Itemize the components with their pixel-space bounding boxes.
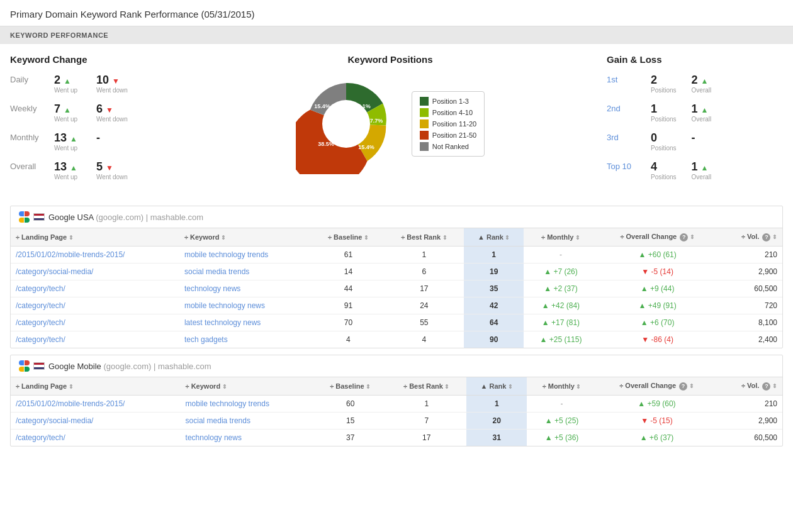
cell-baseline: 91 [312, 297, 384, 314]
gl-label: 3rd [607, 131, 651, 142]
cell-overall: ▲ +60 (61) [598, 247, 717, 263]
cell-best-rank: 6 [385, 263, 464, 280]
chart-legend: Position 1-3Position 4-10Position 11-20P… [412, 91, 485, 157]
cell-keyword: social media trends [181, 413, 315, 429]
cell-best-rank: 17 [386, 429, 466, 446]
gl-overall-val: 2 ▲ [692, 74, 712, 87]
col-monthly-m[interactable]: ÷ Monthly [527, 377, 597, 396]
kw-stat-up: 2 ▲ Went up [54, 74, 77, 94]
gl-stat-positions: 1 Positions [651, 103, 677, 123]
col-rank-m[interactable]: ▲ Rank [466, 377, 527, 396]
cell-best-rank: 55 [385, 314, 464, 331]
cell-landing: /category/tech/ [11, 280, 179, 297]
col-keyword[interactable]: ÷ Keyword [179, 228, 312, 247]
legend-label: Position 11-20 [432, 120, 476, 128]
kw-stat-up: 7 ▲ Went up [54, 103, 77, 123]
cell-landing: /category/tech/ [11, 297, 179, 314]
table-row: /category/tech/ latest technology news 7… [11, 314, 782, 331]
gl-row: 2nd 1 Positions 1 ▲ Overall [607, 103, 783, 123]
google-usa-label: Google USA (google.com) | mashable.com [48, 213, 203, 222]
google-icon [18, 211, 30, 223]
gl-positions-label: Positions [651, 145, 677, 152]
cell-landing: /category/tech/ [11, 314, 179, 331]
google-usa-table: ÷ Landing Page ÷ Keyword ÷ Baseline ÷ Be… [11, 228, 782, 348]
cell-landing: /category/tech/ [11, 429, 181, 446]
kw-stat-down: 5 ▼ Went down [96, 160, 128, 180]
gl-stat-overall: 1 ▲ Overall [692, 160, 712, 180]
kw-down-label: Went down [96, 174, 128, 180]
cell-overall: ▲ +59 (60) [597, 396, 717, 413]
cell-baseline: 15 [314, 413, 386, 429]
col-baseline-m[interactable]: ÷ Baseline [314, 377, 386, 396]
cell-rank: 90 [464, 331, 524, 348]
col-landing-page[interactable]: ÷ Landing Page [11, 228, 179, 247]
legend-color [420, 142, 429, 151]
gain-loss-title: Gain & Loss [607, 54, 783, 65]
kw-up-val: 13 ▲ [54, 131, 77, 145]
cell-baseline: 44 [312, 280, 384, 297]
col-baseline[interactable]: ÷ Baseline [312, 228, 384, 247]
kw-down-val: - [96, 131, 100, 145]
col-overall-change[interactable]: ÷ Overall Change ? [598, 228, 717, 247]
cell-monthly: - [527, 396, 597, 413]
cell-baseline: 4 [312, 331, 384, 348]
google-mobile-label: Google Mobile (google.com) | mashable.co… [48, 362, 211, 371]
gl-positions-val: 4 [651, 160, 677, 174]
col-vol-m[interactable]: ÷ Vol. ? [717, 377, 782, 396]
table-row: /category/tech/ mobile technology news 9… [11, 297, 782, 314]
legend-label: Position 21-50 [432, 131, 476, 139]
svg-text:23.1%: 23.1% [354, 103, 371, 109]
col-vol[interactable]: ÷ Vol. ? [717, 228, 782, 247]
cell-best-rank: 7 [386, 413, 466, 429]
cell-best-rank: 17 [385, 280, 464, 297]
google-mobile-section: Google Mobile (google.com) | mashable.co… [10, 355, 783, 446]
gl-overall-val: - [692, 131, 695, 145]
col-keyword-m[interactable]: ÷ Keyword [181, 377, 315, 396]
cell-vol: 2,900 [717, 263, 782, 280]
col-monthly[interactable]: ÷ Monthly [524, 228, 597, 247]
kw-up-val: 7 ▲ [54, 103, 77, 116]
cell-overall: ▲ +49 (91) [598, 297, 717, 314]
kw-down-val: 10 ▼ [96, 74, 128, 87]
kw-stat-down: 10 ▼ Went down [96, 74, 128, 94]
cell-baseline: 70 [312, 314, 384, 331]
cell-overall: ▲ +9 (44) [598, 280, 717, 297]
col-best-rank[interactable]: ÷ Best Rank [385, 228, 464, 247]
kw-row: Daily 2 ▲ Went up 10 ▼ Went down [10, 74, 174, 94]
gl-label: 2nd [607, 103, 651, 113]
kw-up-label: Went up [54, 87, 77, 94]
legend-color [420, 131, 429, 140]
kw-label: Overall [10, 160, 54, 171]
kw-stat-down: - [96, 131, 100, 145]
google-usa-section: Google USA (google.com) | mashable.com ÷… [10, 206, 783, 348]
gl-positions-val: 0 [651, 131, 677, 145]
cell-vol: 2,900 [717, 413, 782, 429]
col-rank[interactable]: ▲ Rank [464, 228, 524, 247]
cell-monthly: ▲ +42 (84) [524, 297, 597, 314]
gl-positions-label: Positions [651, 174, 677, 180]
kw-up-val: 2 ▲ [54, 74, 77, 87]
cell-keyword: mobile technology news [179, 297, 312, 314]
cell-rank: 19 [464, 263, 524, 280]
legend-item: Not Ranked [420, 142, 476, 151]
col-best-rank-m[interactable]: ÷ Best Rank [386, 377, 466, 396]
table-row: /2015/01/02/mobile-trends-2015/ mobile t… [11, 247, 782, 263]
legend-item: Position 4-10 [420, 108, 476, 117]
svg-text:15.4%: 15.4% [314, 103, 330, 109]
cell-landing: /2015/01/02/mobile-trends-2015/ [11, 247, 179, 263]
gl-overall-val: 1 ▲ [692, 103, 712, 116]
legend-label: Position 4-10 [432, 109, 473, 116]
keyword-positions-panel: Keyword Positions [174, 54, 607, 189]
donut-chart: 23.1% 7.7% 15.4% 38.5% 15.4% [296, 74, 396, 174]
legend-label: Position 1-3 [432, 97, 469, 105]
kw-stat-down: 6 ▼ Went down [96, 103, 128, 123]
keyword-positions-title: Keyword Positions [347, 54, 432, 65]
col-landing-page-m[interactable]: ÷ Landing Page [11, 377, 181, 396]
cell-landing: /2015/01/02/mobile-trends-2015/ [11, 396, 181, 413]
col-overall-change-m[interactable]: ÷ Overall Change ? [597, 377, 717, 396]
kw-up-val: 13 ▲ [54, 160, 77, 174]
cell-rank: 1 [466, 396, 527, 413]
gl-positions-val: 2 [651, 74, 677, 87]
google-mobile-header: Google Mobile (google.com) | mashable.co… [11, 355, 782, 377]
cell-keyword: latest technology news [179, 314, 312, 331]
